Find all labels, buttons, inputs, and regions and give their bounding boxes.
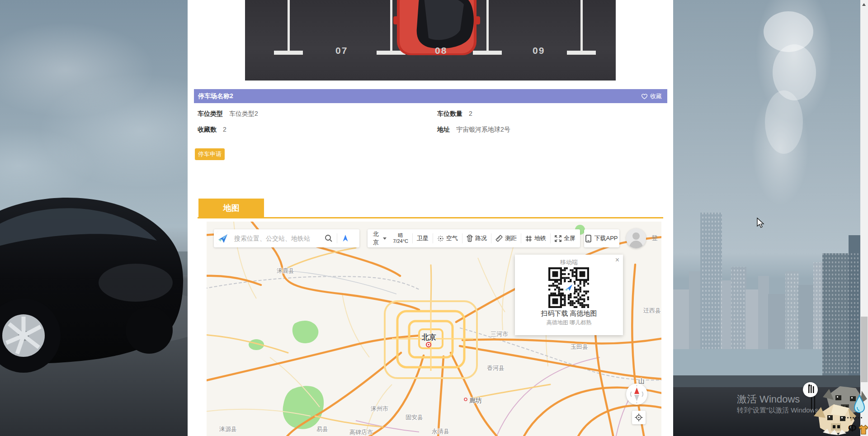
tab-map[interactable]: 地图	[198, 199, 264, 217]
field-label: 地址	[437, 126, 450, 133]
map-label: 香河县	[487, 364, 505, 372]
map-label: 迁西县	[643, 307, 661, 315]
field-value: 2	[469, 110, 472, 117]
scrollbar-up-icon[interactable]	[862, 3, 866, 6]
city-picker[interactable]: 北京	[373, 230, 387, 246]
field-value: 宇宙银河系地球2号	[456, 126, 510, 133]
map-label: 涿鹿县	[277, 267, 294, 275]
divider	[550, 233, 551, 243]
qr-caption: 扫码下载 高德地图	[515, 309, 623, 318]
slot-divider	[580, 0, 583, 54]
scrollbar-thumb[interactable]	[861, 317, 868, 382]
user-avatar[interactable]	[626, 228, 646, 248]
map-label: 永清县	[432, 427, 449, 436]
compass-icon	[626, 384, 647, 405]
divider	[462, 233, 462, 243]
ruler-icon	[495, 235, 503, 242]
field-slot-count: 车位数量2	[437, 110, 472, 118]
city-scene	[673, 0, 868, 436]
amap-logo-icon	[216, 232, 230, 245]
toolbar-label: 测距	[505, 234, 517, 242]
field-favorites: 收藏数2	[198, 126, 226, 134]
toolbar-label: 地铁	[534, 234, 546, 242]
toolbar-label: 全屏	[564, 234, 576, 242]
city-label: 北京	[373, 230, 381, 246]
map-label: 三河市	[491, 330, 508, 338]
fullscreen-icon	[555, 235, 561, 242]
field-value: 车位类型2	[229, 110, 258, 117]
map-label: 北京	[422, 333, 436, 342]
windows-activation-watermark: 激活 Windows	[737, 393, 800, 406]
map-search-box	[214, 229, 359, 247]
map-canvas[interactable]: 涿鹿县北京三河市玉田县迁西县香河县廊坊山涿州市固安县涞源县易县高碑店市永清县	[207, 222, 661, 436]
weather-widget: 晴 7/24°C	[393, 232, 408, 244]
parking-title-bar: 停车场名称2 收藏	[194, 89, 667, 103]
favorite-label: 收藏	[650, 92, 662, 100]
traffic-light-icon	[467, 235, 473, 242]
login-link-partial[interactable]: 登	[651, 234, 658, 242]
page-scrollbar[interactable]	[860, 0, 868, 436]
slot-foot	[274, 51, 303, 55]
air-quality-icon	[437, 235, 444, 242]
search-icon[interactable]	[325, 234, 333, 242]
toolbar-fullscreen[interactable]: 全屏	[555, 234, 576, 242]
toolbar-satellite[interactable]: 卫星	[417, 234, 429, 242]
weather-condition: 晴	[393, 232, 408, 238]
toolbar-label: 卫星	[417, 234, 429, 242]
parking-title: 停车场名称2	[194, 92, 641, 100]
qr-code	[548, 267, 589, 308]
slot-number: 08	[435, 45, 447, 56]
windows-activation-hint: 转到“设置”以激活 Windows	[737, 406, 818, 415]
divider	[433, 233, 433, 243]
map-label: 易县	[316, 425, 328, 433]
field-value: 2	[223, 126, 226, 133]
weather-temp: 7/24°C	[393, 238, 408, 244]
qr-subcaption: 高德地图 哪儿都熟	[515, 319, 623, 327]
page: { "colors": { "accent_purple": "#8389d0"…	[0, 0, 868, 436]
map-label: 高碑店市	[349, 428, 373, 436]
route-icon[interactable]	[341, 234, 349, 242]
toolbar-label: 路况	[475, 234, 487, 242]
map-label: 涞源县	[219, 425, 237, 433]
slot-divider	[486, 0, 489, 54]
toolbar-measure[interactable]: 测距	[495, 234, 517, 242]
shirt-icon[interactable]	[858, 424, 868, 435]
field-address: 地址宇宙银河系地球2号	[437, 126, 510, 134]
pet-widget-glyph[interactable]: Ф	[848, 422, 857, 434]
field-label: 收藏数	[198, 126, 217, 133]
compass-control[interactable]	[626, 384, 647, 405]
parking-lot-photo: 07 08 09	[245, 0, 616, 81]
divider	[491, 233, 491, 243]
download-app-button[interactable]: 下载APP	[584, 229, 619, 247]
map-label: 廊坊	[469, 397, 482, 405]
map-label: 固安县	[406, 413, 423, 422]
phone-icon	[585, 235, 591, 242]
toolbar-traffic[interactable]: 路况	[467, 234, 487, 242]
toolbar-air[interactable]: 空气	[437, 234, 458, 242]
map-label: 涿州市	[371, 405, 388, 413]
car-scene	[0, 0, 188, 436]
locate-icon	[635, 413, 643, 422]
qr-popup-title: 移动端	[515, 258, 623, 266]
divider	[521, 233, 521, 243]
favorite-button[interactable]: 收藏	[641, 92, 667, 100]
slot-number: 09	[533, 45, 545, 56]
locate-button[interactable]	[632, 411, 646, 424]
background-photo-left	[0, 0, 188, 436]
download-app-label: 下载APP	[594, 234, 618, 242]
slot-foot	[567, 51, 596, 55]
background-photo-right	[673, 0, 868, 436]
fountain-icon	[803, 382, 818, 397]
field-label: 车位类型	[198, 110, 223, 117]
toolbar-subway[interactable]: 地铁	[525, 234, 546, 242]
slot-divider	[288, 0, 290, 54]
pet-widget-button[interactable]	[803, 382, 818, 397]
qr-download-popup: 移动端 × 扫码下载 高德地图 高德地图 哪儿都熟	[515, 255, 623, 335]
divider	[412, 233, 413, 243]
divider	[337, 233, 337, 243]
search-input[interactable]	[234, 235, 325, 242]
drip-decoration	[811, 396, 812, 410]
tab-underline	[198, 217, 663, 218]
parking-apply-button[interactable]: 停车申请	[195, 148, 225, 160]
close-icon[interactable]: ×	[615, 256, 619, 264]
